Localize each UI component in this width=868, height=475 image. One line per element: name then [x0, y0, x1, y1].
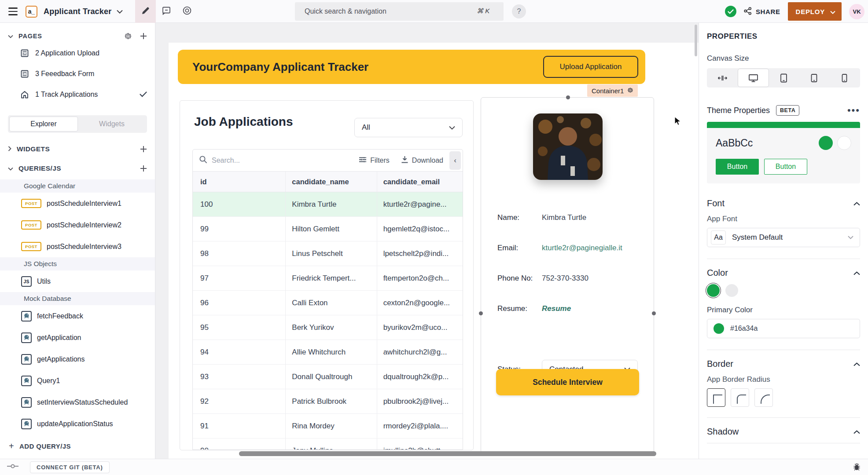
theme-primary-button-preview[interactable]: Button	[716, 159, 759, 175]
schedule-interview-button[interactable]: Schedule Interview	[496, 369, 639, 395]
query-item[interactable]: POSTpostScheduleInterview2	[0, 214, 155, 236]
column-header-id[interactable]: id	[193, 172, 286, 192]
table-title: Job Applications	[194, 115, 293, 129]
table-row[interactable]: 98Linus Petscheltlpetschelt2p@indi...	[193, 241, 463, 266]
query-item[interactable]: JSUtils	[0, 270, 155, 292]
vertical-scrollbar[interactable]	[695, 25, 697, 56]
deploy-button[interactable]: DEPLOY	[788, 2, 842, 21]
table-row[interactable]: 99Hilton Gemletthgemlett2q@istoc...	[193, 217, 463, 241]
pages-header[interactable]: PAGES	[0, 29, 155, 43]
resize-handle-top[interactable]	[566, 95, 570, 99]
quick-search-input[interactable]	[295, 2, 504, 21]
tab-widgets[interactable]: Widgets	[78, 117, 146, 132]
hamburger-menu-icon[interactable]	[0, 0, 26, 23]
border-radius-round[interactable]	[754, 388, 773, 407]
resize-handle-left[interactable]	[479, 311, 483, 315]
status-filter-select[interactable]: All	[354, 118, 463, 137]
chevron-up-icon[interactable]	[853, 269, 860, 277]
view-mode-button[interactable]	[177, 0, 197, 23]
column-header-candidate_email[interactable]: candidate_email	[377, 172, 463, 192]
user-avatar[interactable]: VK	[849, 4, 864, 19]
theme-background-color-circle[interactable]	[837, 136, 851, 150]
green-color-swatch[interactable]	[707, 284, 720, 297]
table-row[interactable]: 97Friedrick Tempert...ftemperton2o@ch...	[193, 266, 463, 291]
tab-explorer[interactable]: Explorer	[9, 117, 78, 132]
color-section-header[interactable]: Color	[707, 268, 860, 278]
sidebar-page-item[interactable]: 1 Track Applications	[0, 84, 155, 105]
collapse-pane-button[interactable]: ‹	[449, 151, 461, 170]
table-row[interactable]: 93Donall Qualtroughdqualtrough2k@p...	[193, 365, 463, 389]
query-group-header[interactable]: Google Calendar	[0, 179, 155, 193]
horizontal-scrollbar[interactable]	[239, 451, 656, 456]
table-row[interactable]: 100Kimbra Turtlekturtle2r@pagine...	[193, 192, 463, 217]
sidebar-page-item[interactable]: 2 Application Upload	[0, 43, 155, 63]
border-radius-rounded[interactable]	[731, 388, 749, 407]
comment-mode-button[interactable]	[156, 0, 177, 23]
table-row[interactable]: 96Calli Extoncexton2n@google...	[193, 291, 463, 315]
table-row[interactable]: 91Rina Mordeyrmordey2i@plala....	[193, 414, 463, 438]
queries-section-header[interactable]: QUERIES/JS	[0, 160, 155, 177]
query-item[interactable]: POSTpostScheduleInterview1	[0, 193, 155, 214]
query-item[interactable]: updateApplicationStatus	[0, 413, 155, 435]
upload-application-button[interactable]: Upload Application	[543, 56, 638, 78]
query-item[interactable]: setInterviewStatusScheduled	[0, 391, 155, 413]
canvas-size-mobile[interactable]	[829, 69, 860, 87]
widget-settings-gear-icon[interactable]	[627, 87, 633, 95]
add-query-js-label: ADD QUERY/JS	[19, 442, 71, 450]
query-item[interactable]: POSTpostScheduleInterview3	[0, 236, 155, 257]
add-page-plus-icon[interactable]	[140, 33, 147, 40]
add-query-plus-icon[interactable]	[140, 165, 147, 172]
canvas-size-tablet[interactable]	[769, 69, 799, 87]
table-row[interactable]: 92Patrick Bulbrookpbulbrook2j@livej...	[193, 389, 463, 414]
border-radius-sharp[interactable]	[707, 388, 725, 407]
topbar: a_ Applicant Tracker ⌘ K	[0, 0, 868, 23]
share-button[interactable]: SHARE	[744, 7, 780, 16]
connect-git-button[interactable]: CONNECT GIT (BETA)	[30, 461, 110, 473]
download-label: Download	[412, 157, 443, 164]
filters-button[interactable]: Filters	[359, 156, 390, 165]
chevron-up-icon[interactable]	[853, 360, 860, 368]
shadow-section-header[interactable]: Shadow	[707, 427, 860, 437]
query-item[interactable]: fetchFeedback	[0, 305, 155, 327]
app-font-select[interactable]: Aa System Default	[707, 228, 860, 247]
font-section-header[interactable]: Font	[707, 198, 860, 208]
app-menu-chevron-icon[interactable]	[117, 7, 123, 15]
canvas-size-fluid-width[interactable]	[707, 69, 738, 87]
theme-secondary-button-preview[interactable]: Button	[764, 159, 807, 175]
add-widget-plus-icon[interactable]	[140, 146, 147, 153]
container1-widget-tag[interactable]: Container1	[587, 84, 638, 97]
add-query-js-button[interactable]: + ADD QUERY/JS	[0, 436, 155, 456]
resize-handle-right[interactable]	[652, 311, 656, 315]
query-item[interactable]: getApplications	[0, 348, 155, 370]
query-item[interactable]: getApplication	[0, 327, 155, 348]
filters-label: Filters	[370, 157, 390, 164]
table-row[interactable]: 90Jany Mullinsjmullins2h@shutt...	[193, 438, 463, 450]
column-header-candidate_name[interactable]: candidate_name	[286, 172, 377, 192]
gray-color-swatch[interactable]	[725, 284, 738, 297]
edit-mode-button[interactable]	[135, 0, 156, 23]
theme-more-options-icon[interactable]: •••	[847, 108, 860, 113]
download-button[interactable]: Download	[401, 156, 443, 165]
chevron-up-icon[interactable]	[853, 428, 860, 436]
candidate-detail-container[interactable]: Name:Kimbra TurtleEmail:kturtle2r@pagine…	[481, 97, 654, 453]
table-row[interactable]: 95Berk Yurikovbyurikov2m@uco...	[193, 315, 463, 340]
chevron-up-icon[interactable]	[853, 200, 860, 208]
debug-bug-icon[interactable]	[853, 463, 861, 471]
canvas-size-desktop[interactable]	[738, 69, 769, 87]
theme-primary-color-circle[interactable]	[819, 136, 833, 150]
pages-settings-gear-icon[interactable]	[124, 32, 132, 40]
canvas-size-tablet-small[interactable]	[799, 69, 829, 87]
field-value[interactable]: kturtle2r@paginegialle.it	[542, 244, 622, 252]
query-group-header[interactable]: JS Objects	[0, 257, 155, 270]
table-search-input[interactable]	[212, 157, 287, 164]
query-group-header[interactable]: Mock Database	[0, 292, 155, 305]
query-item[interactable]: Query1	[0, 370, 155, 391]
table-row[interactable]: 94Allie Whitchurchawhitchurch2l@g...	[193, 340, 463, 365]
primary-color-input[interactable]: #16a34a	[707, 319, 860, 338]
header-banner-widget[interactable]: YourCompany Applicant Tracker Upload App…	[178, 50, 645, 84]
widgets-section-header[interactable]: WIDGETS	[0, 141, 155, 157]
border-section-header[interactable]: Border	[707, 359, 860, 369]
sidebar-page-item[interactable]: 3 Feeedback Form	[0, 63, 155, 84]
field-value[interactable]: Resume	[542, 304, 571, 313]
help-button[interactable]: ?	[512, 4, 526, 18]
